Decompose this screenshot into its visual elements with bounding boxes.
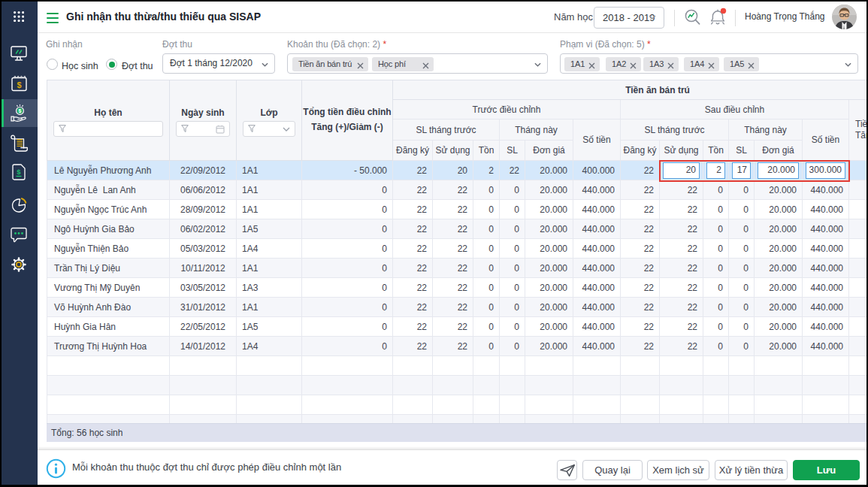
svg-text:$: $ — [17, 168, 21, 176]
svg-text:$: $ — [17, 80, 21, 89]
svg-text:$: $ — [18, 108, 21, 114]
